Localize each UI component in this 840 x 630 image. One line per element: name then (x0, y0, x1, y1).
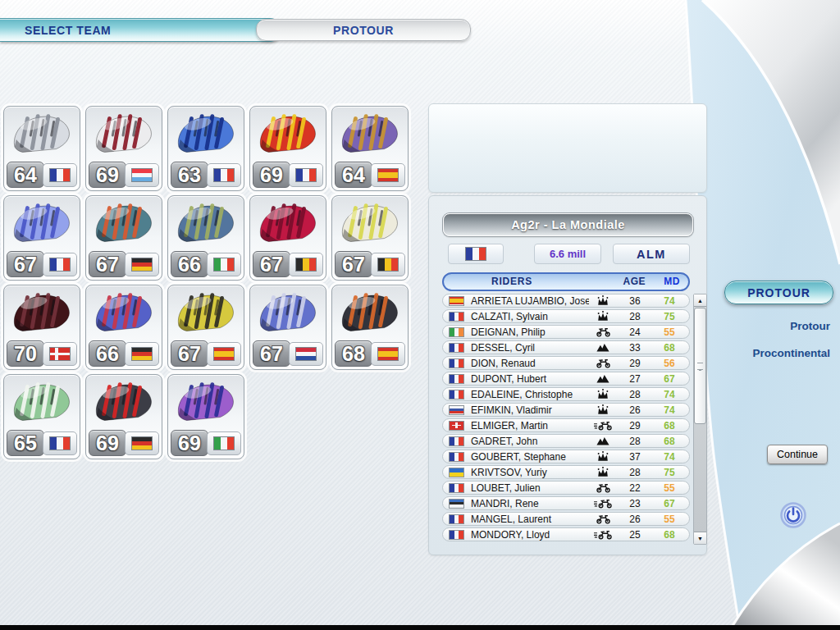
flag-fr-icon (449, 530, 464, 540)
flag-badge (371, 163, 405, 187)
helmet-card[interactable]: 67 (85, 195, 162, 281)
helmet-card[interactable]: 69 (167, 374, 244, 459)
rating-badge: 69 (89, 162, 126, 188)
helmet-card[interactable]: 67 (331, 195, 409, 281)
tab-protour-label: PROTOUR (333, 24, 394, 37)
rider-row[interactable]: ELMIGER, Martin2968 (442, 418, 690, 432)
flag-badge (43, 431, 77, 455)
scrollbar-up-button[interactable]: ▲ (694, 294, 706, 307)
rating-badge: 67 (171, 340, 208, 367)
rider-md-value: 67 (653, 373, 686, 385)
rider-age: 28 (617, 389, 653, 400)
team-code-cell: ALM (613, 244, 690, 264)
riders-table-header: RIDERS AGE MD (442, 272, 690, 291)
rider-name: GADRET, John (471, 436, 589, 447)
flag-fr-icon (449, 343, 464, 353)
helmet-card[interactable]: 69 (85, 106, 162, 191)
rider-name: LOUBET, Julien (471, 482, 589, 494)
rider-row[interactable]: EDALEINE, Christophe2874 (442, 387, 690, 401)
flag-it-icon (213, 436, 235, 450)
flag-de-icon (131, 347, 153, 361)
team-budget-cell: 6.6 mill (534, 244, 601, 264)
helmet-icon (92, 289, 156, 340)
team-budget-value: 6.6 mill (550, 248, 586, 260)
rider-name: MANGEL, Laurent (471, 514, 589, 525)
flag-nl-icon (295, 347, 317, 361)
flag-fr-icon (449, 374, 464, 384)
rider-row[interactable]: GADRET, John2868 (442, 434, 690, 448)
link-protour[interactable]: Protour (699, 320, 830, 332)
rider-row[interactable]: EFIMKIN, Vladimir2674 (442, 403, 690, 417)
flag-fr-icon (295, 168, 317, 182)
helmet-icon (256, 289, 320, 340)
rider-row[interactable]: MANDRI, Rene2367 (442, 496, 690, 510)
flag-badge (43, 253, 77, 276)
helmet-icon (174, 378, 238, 429)
flag-ch-icon (449, 421, 464, 431)
rider-age: 22 (617, 482, 653, 494)
helmet-card[interactable]: 67 (167, 285, 244, 370)
rating-badge: 69 (253, 162, 290, 188)
rider-row[interactable]: GOUBERT, Stephane3774 (442, 450, 690, 463)
team-name-button[interactable]: Ag2r - La Mondiale (443, 213, 693, 236)
helmet-icon (10, 289, 74, 340)
team-name-label: Ag2r - La Mondiale (511, 218, 625, 231)
helmet-icon (338, 110, 402, 161)
rider-row[interactable]: LOUBET, Julien2255 (442, 481, 690, 495)
rider-row[interactable]: DEIGNAN, Philip2455 (442, 325, 690, 339)
continue-button[interactable]: Continue (767, 445, 828, 464)
link-procontinental[interactable]: Procontinental (699, 347, 830, 359)
helmet-card[interactable]: 64 (3, 106, 80, 191)
helmet-card[interactable]: 66 (85, 285, 162, 370)
crown-icon (589, 451, 617, 462)
rider-row[interactable]: KRIVTSOV, Yuriy2875 (442, 465, 690, 479)
rider-row[interactable]: MANGEL, Laurent2655 (442, 512, 690, 526)
helmet-card[interactable]: 64 (331, 106, 409, 191)
helmet-icon (256, 199, 320, 250)
team-code-value: ALM (637, 248, 666, 261)
flag-ee-icon (449, 499, 464, 509)
rider-age: 36 (617, 295, 653, 307)
helmet-card[interactable]: 68 (331, 285, 409, 370)
flag-badge (43, 342, 77, 366)
flag-dk-icon (49, 347, 71, 361)
helmet-card[interactable]: 63 (167, 106, 244, 191)
rider-row[interactable]: DUPONT, Hubert2767 (442, 372, 690, 386)
rider-age: 23 (617, 498, 653, 509)
helmet-card[interactable]: 67 (3, 195, 80, 281)
flag-badge (207, 342, 241, 366)
scrollbar-down-button[interactable]: ▼ (694, 532, 706, 544)
helmet-card[interactable]: 65 (3, 374, 80, 459)
tab-select-team[interactable]: SELECT TEAM (0, 18, 281, 42)
rating-badge: 64 (7, 162, 44, 188)
helmet-icon (174, 289, 238, 340)
helmet-card[interactable]: 66 (167, 195, 244, 281)
rider-row[interactable]: MONDORY, Lloyd2568 (442, 527, 690, 541)
bike-fast-icon (589, 529, 617, 540)
protour-division-button[interactable]: PROTOUR (724, 281, 833, 304)
rider-age: 29 (617, 358, 653, 369)
flag-badge (371, 342, 405, 366)
rider-row[interactable]: ARRIETA LUJAMBIO, Jose3674 (442, 294, 690, 308)
helmet-card[interactable]: 67 (249, 195, 326, 281)
rider-row[interactable]: DESSEL, Cyril3368 (442, 340, 690, 354)
rider-row[interactable]: DION, Renaud2956 (442, 356, 690, 370)
rating-badge: 65 (7, 430, 44, 456)
helmet-icon (10, 110, 74, 161)
helmet-card[interactable]: 70 (3, 285, 80, 370)
flag-fr-icon (449, 452, 464, 462)
continue-label: Continue (777, 449, 818, 460)
rider-name: CALZATI, Sylvain (471, 311, 589, 322)
flag-badge (125, 163, 159, 187)
helmet-icon (174, 199, 238, 250)
helmet-card[interactable]: 69 (85, 374, 162, 459)
flag-badge (125, 342, 159, 366)
tab-protour[interactable]: PROTOUR (256, 19, 471, 41)
rider-row[interactable]: CALZATI, Sylvain2875 (442, 309, 690, 323)
team-flag-cell (448, 244, 504, 264)
helmet-card[interactable]: 67 (249, 285, 326, 370)
power-quit-button[interactable] (779, 501, 807, 529)
helmet-card[interactable]: 69 (249, 106, 326, 191)
rating-badge: 66 (171, 251, 208, 277)
flag-fr-icon (449, 390, 464, 399)
